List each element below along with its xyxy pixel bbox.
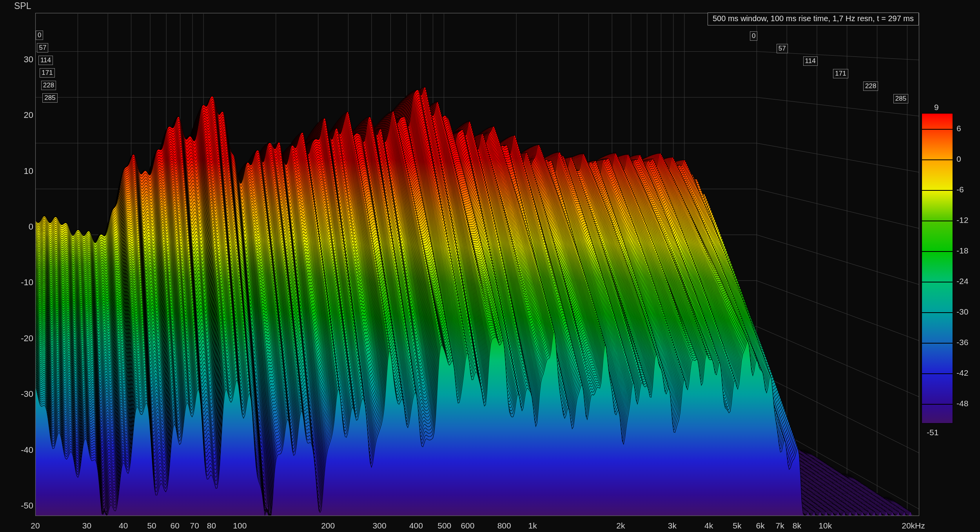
time-tick-label-right: 114 xyxy=(803,56,818,66)
time-tick-label-right: 57 xyxy=(777,44,788,53)
freq-tick-label: 3k xyxy=(655,521,690,530)
spl-tick-label: -30 xyxy=(10,389,33,399)
time-tick-label-left: 171 xyxy=(40,68,54,78)
colorbar-tick-label: 0 xyxy=(956,154,961,164)
measurement-info-box: 500 ms window, 100 ms rise time, 1,7 Hz … xyxy=(708,13,919,25)
colorbar-segment xyxy=(922,190,953,221)
spl-tick-label: 30 xyxy=(10,54,33,65)
colorbar-segment xyxy=(922,343,953,373)
time-tick-label-right: 228 xyxy=(863,81,878,91)
freq-tick-label: 20kHz xyxy=(896,521,931,530)
spl-tick-label: -40 xyxy=(10,445,33,455)
waterfall-chart: SPL 500 ms window, 100 ms rise time, 1,7… xyxy=(0,0,980,532)
freq-tick-label: 300 xyxy=(362,521,397,530)
colorbar-tick-label: 6 xyxy=(956,124,961,133)
colorbar-tick-label: -12 xyxy=(956,215,968,225)
freq-tick-label: 600 xyxy=(450,521,485,530)
freq-tick-label: 2k xyxy=(603,521,638,530)
colorbar-tick-label: -36 xyxy=(956,338,968,347)
colorbar-tick-label: -6 xyxy=(956,185,964,194)
time-tick-label-right: 285 xyxy=(893,94,908,103)
spl-tick-label: -10 xyxy=(10,277,33,288)
colorbar-min-label: -51 xyxy=(927,428,938,437)
time-tick-label-right: 0 xyxy=(750,31,757,41)
freq-tick-label: 20 xyxy=(18,521,53,530)
spl-tick-label: 0 xyxy=(10,222,33,232)
time-tick-label-right: 171 xyxy=(833,69,848,78)
colorbar xyxy=(922,114,953,423)
colorbar-tick-label: -48 xyxy=(956,399,968,408)
colorbar-tick-label: -42 xyxy=(956,368,968,378)
spl-tick-label: -20 xyxy=(10,333,33,344)
colorbar-max-label: 9 xyxy=(934,103,939,112)
freq-tick-label: 30 xyxy=(69,521,104,530)
time-tick-label-left: 285 xyxy=(42,93,57,103)
time-tick-label-left: 0 xyxy=(36,31,43,40)
colorbar-segment xyxy=(922,114,953,129)
time-tick-label-left: 57 xyxy=(37,43,48,52)
colorbar-segment xyxy=(922,373,953,404)
colorbar-tick-label: -24 xyxy=(956,277,968,286)
colorbar-segment xyxy=(922,129,953,159)
spl-tick-label: 20 xyxy=(10,110,33,120)
freq-tick-label: 200 xyxy=(310,521,346,530)
freq-tick-label: 1k xyxy=(515,521,550,530)
spl-tick-label: -50 xyxy=(10,501,33,511)
colorbar-segment xyxy=(922,221,953,251)
colorbar-segment xyxy=(922,251,953,282)
colorbar-segment xyxy=(922,282,953,312)
colorbar-segment xyxy=(922,404,953,423)
freq-tick-label: 100 xyxy=(222,521,258,530)
waterfall-canvas xyxy=(0,0,980,532)
time-tick-label-left: 228 xyxy=(41,81,56,90)
colorbar-segment xyxy=(922,312,953,343)
time-tick-label-left: 114 xyxy=(38,56,53,65)
colorbar-tick-label: -30 xyxy=(956,307,968,317)
colorbar-segment xyxy=(922,159,953,190)
colorbar-tick-label: -18 xyxy=(956,246,968,255)
spl-tick-label: 10 xyxy=(10,166,33,176)
page-title: SPL xyxy=(14,1,31,11)
freq-tick-label: 10k xyxy=(808,521,843,530)
